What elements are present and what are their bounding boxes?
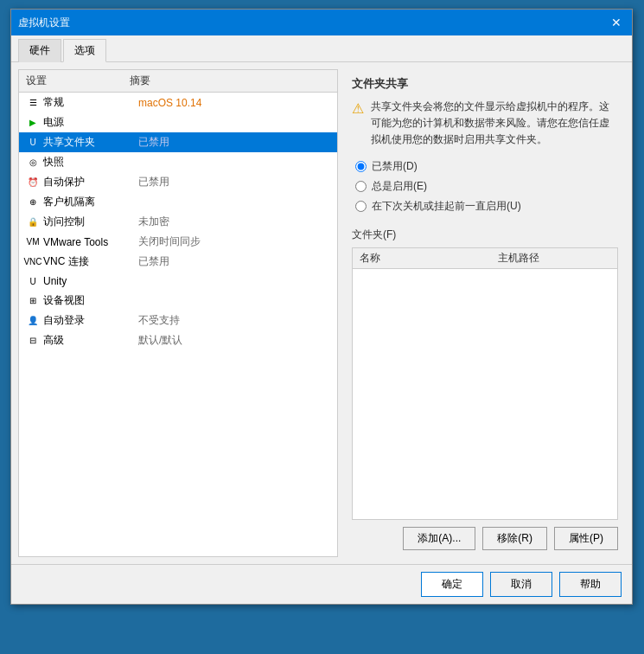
settings-item-auto_login[interactable]: 👤自动登录不受支持 [19, 311, 337, 330]
main-content: 设置 摘要 ☰常规macOS 10.14▶电源U共享文件夹已禁用◎快照⏰自动保护… [11, 62, 632, 564]
power-name: 电源 [43, 115, 138, 130]
settings-header: 设置 摘要 [19, 70, 337, 93]
radio-group: 已禁用(D) 总是启用(E) 在下次关机或挂起前一直启用(U) [352, 159, 618, 214]
vnc-value: 已禁用 [138, 254, 169, 269]
settings-item-general[interactable]: ☰常规macOS 10.14 [19, 93, 337, 112]
unity-icon: U [26, 274, 40, 288]
folder-table-body [353, 269, 617, 390]
access_control-icon: 🔒 [26, 215, 40, 229]
device_view-icon: ⊞ [26, 294, 40, 308]
settings-item-unity[interactable]: UUnity [19, 272, 337, 291]
settings-item-access_control[interactable]: 🔒访问控制未加密 [19, 212, 337, 232]
radio-always[interactable]: 总是启用(E) [355, 179, 618, 194]
tab-options[interactable]: 选项 [63, 39, 106, 62]
dialog-title: 虚拟机设置 [18, 16, 70, 30]
auto_login-name: 自动登录 [43, 313, 138, 328]
advanced-icon: ⊟ [26, 334, 40, 348]
confirm-button[interactable]: 确定 [421, 572, 483, 597]
settings-list-panel: 设置 摘要 ☰常规macOS 10.14▶电源U共享文件夹已禁用◎快照⏰自动保护… [18, 69, 338, 557]
radio-always-label: 总是启用(E) [372, 179, 427, 194]
vnc-name: VNC 连接 [43, 254, 138, 269]
auto_login-icon: 👤 [26, 314, 40, 328]
settings-item-snapshot[interactable]: ◎快照 [19, 152, 337, 172]
radio-disabled[interactable]: 已禁用(D) [355, 159, 618, 174]
folder-table: 名称 主机路径 [352, 247, 618, 520]
advanced-value: 默认/默认 [138, 333, 182, 348]
vnc-icon: VNC [26, 255, 40, 269]
device_view-name: 设备视图 [43, 293, 138, 308]
general-name: 常规 [43, 95, 138, 110]
settings-item-advanced[interactable]: ⊟高级默认/默认 [19, 330, 337, 350]
tab-hardware[interactable]: 硬件 [18, 39, 61, 62]
remove-button[interactable]: 移除(R) [482, 527, 547, 550]
snapshot-icon: ◎ [26, 156, 40, 170]
properties-button[interactable]: 属性(P) [554, 527, 618, 550]
warning-text: 共享文件夹会将您的文件显示给虚拟机中的程序。这可能为您的计算机和数据带来风险。请… [371, 99, 618, 149]
settings-item-auto_protect[interactable]: ⏰自动保护已禁用 [19, 172, 337, 192]
folder-table-header: 名称 主机路径 [353, 248, 617, 269]
access_control-name: 访问控制 [43, 215, 138, 229]
auto_login-value: 不受支持 [138, 313, 180, 328]
general-value: macOS 10.14 [138, 97, 201, 109]
unity-name: Unity [43, 275, 138, 287]
col-name: 名称 [360, 251, 498, 266]
isolation-icon: ⊕ [26, 196, 40, 209]
main-dialog: 虚拟机设置 ✕ 硬件 选项 设置 摘要 ☰常规macOS 10.14▶电源U共享… [10, 9, 633, 605]
auto_protect-value: 已禁用 [138, 175, 169, 189]
settings-items: ☰常规macOS 10.14▶电源U共享文件夹已禁用◎快照⏰自动保护已禁用⊕客户… [19, 93, 337, 556]
vmware_tools-name: VMware Tools [43, 236, 138, 248]
access_control-value: 未加密 [138, 215, 169, 229]
titlebar: 虚拟机设置 ✕ [11, 10, 632, 35]
radio-next-shutdown[interactable]: 在下次关机或挂起前一直启用(U) [355, 199, 618, 214]
right-panel: 文件夹共享 ⚠ 共享文件夹会将您的文件显示给虚拟机中的程序。这可能为您的计算机和… [345, 69, 625, 557]
general-icon: ☰ [26, 96, 40, 110]
vmware_tools-icon: VM [26, 235, 40, 249]
auto_protect-icon: ⏰ [26, 176, 40, 189]
settings-item-power[interactable]: ▶电源 [19, 112, 337, 132]
footer: 确定 取消 帮助 [11, 564, 632, 604]
power-icon: ▶ [26, 116, 40, 130]
close-button[interactable]: ✕ [608, 14, 625, 31]
advanced-name: 高级 [43, 333, 138, 348]
shared_folder-value: 已禁用 [138, 135, 169, 150]
header-summary: 摘要 [130, 74, 150, 88]
shared_folder-name: 共享文件夹 [43, 135, 138, 150]
settings-item-shared_folder[interactable]: U共享文件夹已禁用 [19, 132, 337, 152]
isolation-name: 客户机隔离 [43, 195, 138, 209]
vmware_tools-value: 关闭时间同步 [138, 234, 201, 249]
header-settings: 设置 [26, 74, 130, 88]
settings-item-vmware_tools[interactable]: VMVMware Tools关闭时间同步 [19, 232, 337, 252]
settings-item-vnc[interactable]: VNCVNC 连接已禁用 [19, 252, 337, 272]
help-button[interactable]: 帮助 [559, 572, 622, 597]
radio-next-shutdown-label: 在下次关机或挂起前一直启用(U) [372, 199, 521, 214]
tab-bar: 硬件 选项 [11, 35, 632, 62]
settings-item-device_view[interactable]: ⊞设备视图 [19, 291, 337, 311]
col-host-path: 主机路径 [498, 251, 539, 266]
warning-icon: ⚠ [352, 100, 364, 117]
folder-actions: 添加(A)... 移除(R) 属性(P) [352, 527, 618, 550]
warning-box: ⚠ 共享文件夹会将您的文件显示给虚拟机中的程序。这可能为您的计算机和数据带来风险… [352, 99, 618, 149]
shared_folder-icon: U [26, 136, 40, 150]
add-button[interactable]: 添加(A)... [403, 527, 475, 550]
auto_protect-name: 自动保护 [43, 175, 138, 189]
cancel-button[interactable]: 取消 [490, 572, 552, 597]
settings-item-isolation[interactable]: ⊕客户机隔离 [19, 192, 337, 212]
snapshot-name: 快照 [43, 155, 138, 170]
radio-disabled-label: 已禁用(D) [372, 159, 418, 174]
section-title: 文件夹共享 [352, 76, 618, 92]
folder-section-title: 文件夹(F) [352, 228, 618, 242]
